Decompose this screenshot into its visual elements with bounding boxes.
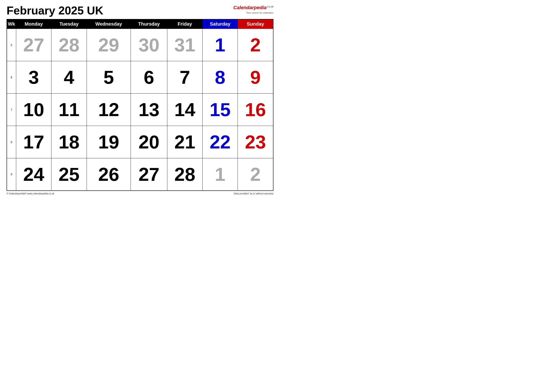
day-cell-w6-d2: 5 — [87, 61, 131, 94]
day-cell-w8-d6: 23 — [238, 126, 273, 158]
week-row-1: 5272829303112 — [7, 29, 273, 61]
logo: Calendarpedia.co.uk Your source for cale… — [233, 4, 273, 14]
logo-brand: Calendarpedia.co.uk — [233, 4, 273, 11]
day-cell-w5-d6: 2 — [238, 29, 273, 61]
day-cell-w8-d4: 21 — [167, 126, 202, 158]
page-header: February 2025 UK Calendarpedia.co.uk You… — [7, 4, 273, 17]
footer-disclaimer: Data provided 'as is' without warranty — [234, 192, 273, 195]
day-cell-w7-d5: 15 — [203, 94, 238, 126]
calendar-table: Wk Monday Tuesday Wednesday Thursday Fri… — [7, 19, 273, 191]
week-row-3: 710111213141516 — [7, 94, 273, 126]
col-header-tuesday: Tuesday — [51, 19, 87, 29]
col-header-wednesday: Wednesday — [87, 19, 131, 29]
week-row-5: 9242526272812 — [7, 158, 273, 191]
day-cell-w7-d2: 12 — [87, 94, 131, 126]
week-number-8: 8 — [7, 126, 16, 158]
day-cell-w6-d5: 8 — [203, 61, 238, 94]
day-cell-w9-d0: 24 — [16, 158, 51, 191]
col-header-monday: Monday — [16, 19, 51, 29]
week-number-5: 5 — [7, 29, 16, 61]
day-cell-w9-d6: 2 — [238, 158, 273, 191]
week-number-9: 9 — [7, 158, 16, 191]
week-number-7: 7 — [7, 94, 16, 126]
page-footer: © Calendarpedia® www.calendarpedia.co.uk… — [7, 192, 273, 195]
day-cell-w8-d0: 17 — [16, 126, 51, 158]
day-cell-w5-d2: 29 — [87, 29, 131, 61]
logo-tld: .co.uk — [266, 5, 273, 8]
col-header-saturday: Saturday — [203, 19, 238, 29]
day-cell-w7-d3: 13 — [131, 94, 167, 126]
logo-pedia: pedia — [254, 5, 266, 10]
col-header-sunday: Sunday — [238, 19, 273, 29]
day-cell-w9-d2: 26 — [87, 158, 131, 191]
col-header-friday: Friday — [167, 19, 202, 29]
logo-prefix: Calendar — [233, 5, 254, 10]
day-cell-w5-d0: 27 — [16, 29, 51, 61]
day-cell-w5-d4: 31 — [167, 29, 202, 61]
day-cell-w8-d1: 18 — [51, 126, 87, 158]
day-cell-w8-d5: 22 — [203, 126, 238, 158]
day-cell-w7-d6: 16 — [238, 94, 273, 126]
day-cell-w7-d1: 11 — [51, 94, 87, 126]
page-title: February 2025 UK — [7, 4, 103, 17]
day-cell-w9-d5: 1 — [203, 158, 238, 191]
week-number-6: 6 — [7, 61, 16, 94]
day-cell-w7-d0: 10 — [16, 94, 51, 126]
day-cell-w8-d3: 20 — [131, 126, 167, 158]
day-cell-w8-d2: 19 — [87, 126, 131, 158]
day-cell-w6-d6: 9 — [238, 61, 273, 94]
day-cell-w5-d5: 1 — [203, 29, 238, 61]
logo-suffix: pedia.co.uk — [254, 5, 273, 10]
calendar-header-row: Wk Monday Tuesday Wednesday Thursday Fri… — [7, 19, 273, 29]
day-cell-w6-d4: 7 — [167, 61, 202, 94]
week-row-4: 817181920212223 — [7, 126, 273, 158]
calendar-body: 5272829303112634567897101112131415168171… — [7, 29, 273, 191]
day-cell-w5-d1: 28 — [51, 29, 87, 61]
day-cell-w9-d3: 27 — [131, 158, 167, 191]
logo-tagline: Your source for calendars — [233, 11, 273, 14]
day-cell-w9-d4: 28 — [167, 158, 202, 191]
day-cell-w7-d4: 14 — [167, 94, 202, 126]
col-header-thursday: Thursday — [131, 19, 167, 29]
col-header-wk: Wk — [7, 19, 16, 29]
day-cell-w5-d3: 30 — [131, 29, 167, 61]
week-row-2: 63456789 — [7, 61, 273, 94]
day-cell-w9-d1: 25 — [51, 158, 87, 191]
footer-copyright: © Calendarpedia® www.calendarpedia.co.uk — [7, 192, 54, 195]
day-cell-w6-d1: 4 — [51, 61, 87, 94]
day-cell-w6-d3: 6 — [131, 61, 167, 94]
day-cell-w6-d0: 3 — [16, 61, 51, 94]
